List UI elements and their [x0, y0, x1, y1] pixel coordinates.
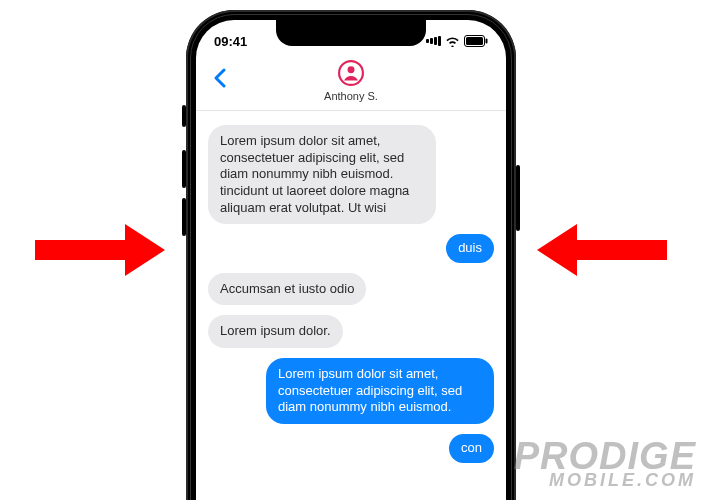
cellular-signal-icon: [425, 36, 441, 46]
phone-frame: 09:41 Anthony S.: [186, 10, 516, 500]
phone-screen: 09:41 Anthony S.: [196, 20, 506, 500]
watermark: PRODIGE MOBILE.COM: [514, 440, 696, 488]
svg-marker-0: [35, 224, 165, 276]
battery-icon: [464, 35, 488, 47]
message-text: con: [461, 440, 482, 455]
message-bubble[interactable]: Accumsan et iusto odio: [208, 273, 366, 306]
message-text: duis: [458, 240, 482, 255]
instruction-arrow-right: [537, 220, 667, 280]
instruction-arrow-left: [35, 220, 165, 280]
svg-point-6: [348, 66, 355, 73]
notch: [276, 20, 426, 46]
watermark-line1: PRODIGE: [514, 440, 696, 472]
message-bubble[interactable]: duis: [446, 234, 494, 263]
messages-list[interactable]: Lorem ipsum dolor sit amet, consectetuer…: [196, 111, 506, 463]
message-bubble[interactable]: Lorem ipsum dolor.: [208, 315, 343, 348]
mute-switch[interactable]: [182, 105, 186, 127]
contact-avatar-icon[interactable]: [336, 58, 366, 88]
back-button[interactable]: [206, 64, 234, 92]
svg-rect-4: [486, 39, 488, 44]
message-text: Accumsan et iusto odio: [220, 281, 354, 296]
status-time: 09:41: [214, 34, 247, 49]
conversation-header: Anthony S.: [196, 56, 506, 111]
message-text: Lorem ipsum dolor.: [220, 323, 331, 338]
svg-marker-1: [537, 224, 667, 276]
message-bubble[interactable]: Lorem ipsum dolor sit amet, consectetuer…: [266, 358, 494, 424]
contact-name[interactable]: Anthony S.: [324, 90, 378, 102]
power-button[interactable]: [516, 165, 520, 231]
message-text: Lorem ipsum dolor sit amet, consectetuer…: [278, 366, 462, 414]
svg-rect-3: [466, 37, 483, 45]
message-bubble[interactable]: con: [449, 434, 494, 463]
message-text: Lorem ipsum dolor sit amet, consectetuer…: [220, 133, 409, 215]
message-bubble[interactable]: Lorem ipsum dolor sit amet, consectetuer…: [208, 125, 436, 224]
volume-up-button[interactable]: [182, 150, 186, 188]
wifi-icon: [445, 36, 460, 47]
watermark-line2: MOBILE.COM: [514, 473, 696, 488]
volume-down-button[interactable]: [182, 198, 186, 236]
